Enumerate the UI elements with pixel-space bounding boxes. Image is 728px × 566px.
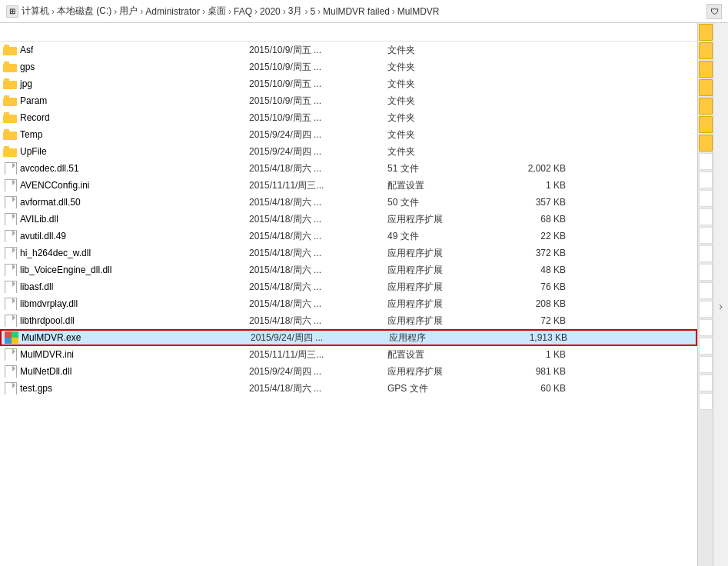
shield-icon: 🛡 [706,4,722,19]
sidebar-color-box [699,319,713,336]
file-date: 2015/10/9/周五 ... [249,78,387,91]
file-name: AVILib.dll [20,214,58,225]
file-name: libmdvrplay.dll [20,298,78,309]
file-date: 2015/10/9/周五 ... [249,61,387,74]
file-name-cell: Record [3,112,249,124]
table-row[interactable]: libthrdpool.dll 2015/4/18/周六 ... 应用程序扩展 … [0,312,697,329]
sidebar-color-box [699,61,713,78]
breadcrumb-users: 用户 [119,5,138,18]
sidebar-color-box [699,356,713,373]
table-row[interactable]: AVENCConfig.ini 2015/11/11/周三... 配置设置 1 … [0,177,697,194]
file-date: 2015/4/18/周六 ... [249,213,387,226]
right-sidebar [697,23,713,566]
file-name-cell: MulNetDll.dll [3,365,249,378]
table-row[interactable]: gps 2015/10/9/周五 ... 文件夹 [0,58,697,75]
sidebar-color-box [699,190,713,207]
breadcrumb-bar[interactable]: ⊞ 计算机 › 本地磁盘 (C:) › 用户 › Administrator ›… [0,0,728,23]
file-date: 2015/9/24/周四 ... [251,331,389,345]
file-name: MulMDVR.exe [22,332,81,343]
breadcrumb-computer: 计算机 [22,5,49,18]
file-name: UpFile [20,146,47,157]
table-row[interactable]: avcodec.dll.51 2015/4/18/周六 ... 51 文件 2,… [0,160,697,177]
table-row[interactable]: AVILib.dll 2015/4/18/周六 ... 应用程序扩展 68 KB [0,211,697,228]
file-size: 981 KB [495,366,572,377]
file-type: 应用程序 [389,331,497,345]
table-row[interactable]: test.gps 2015/4/18/周六 ... GPS 文件 60 KB [0,380,697,397]
file-name-cell: Param [3,95,249,107]
file-size: 22 KB [495,231,572,241]
file-type: 配置设置 [387,179,495,192]
file-type: 应用程序扩展 [387,264,495,277]
breadcrumb-desktop: 桌面 [208,5,226,18]
table-row[interactable]: Asf 2015/10/9/周五 ... 文件夹 [0,42,697,58]
file-name-cell: lib_VoiceEngine_dll.dll [3,264,249,276]
file-name: avcodec.dll.51 [20,163,79,174]
file-type: 49 文件 [387,230,495,243]
file-name-cell: libasf.dll [3,281,249,293]
file-type: 应用程序扩展 [387,298,495,311]
expand-panel-arrow[interactable]: › [713,23,728,566]
file-date: 2015/4/18/周六 ... [249,230,387,243]
file-date: 2015/10/9/周五 ... [249,44,387,57]
file-name: test.gps [20,383,52,394]
breadcrumb-drive: 本地磁盘 (C:) [57,5,111,18]
file-date: 2015/4/18/周六 ... [249,315,387,328]
sidebar-color-box [699,24,713,41]
table-row[interactable]: UpFile 2015/9/24/周四 ... 文件夹 [0,143,697,160]
file-type: 应用程序扩展 [387,281,495,294]
sidebar-color-box [699,116,713,133]
file-date: 2015/4/18/周六 ... [249,196,387,209]
file-date: 2015/9/24/周四 ... [249,128,387,142]
table-row[interactable]: avutil.dll.49 2015/4/18/周六 ... 49 文件 22 … [0,228,697,245]
breadcrumb-expand[interactable]: ⊞ [6,5,18,18]
sidebar-color-box [699,98,713,115]
breadcrumb-march: 3月 [288,5,303,18]
file-name: avutil.dll.49 [20,231,66,241]
file-date: 2015/4/18/周六 ... [249,281,387,294]
sidebar-color-box [699,79,713,96]
sidebar-color-box [699,393,713,410]
table-row[interactable]: libmdvrplay.dll 2015/4/18/周六 ... 应用程序扩展 … [0,295,697,312]
file-date: 2015/9/24/周四 ... [249,365,387,378]
breadcrumb-2020: 2020 [260,6,281,17]
file-name-cell: test.gps [3,382,249,395]
file-size: 68 KB [495,214,572,225]
sidebar-color-box [699,153,713,170]
file-name: libthrdpool.dll [20,315,75,326]
file-date: 2015/10/9/周五 ... [249,95,387,108]
breadcrumb-5: 5 [310,6,315,17]
file-date: 2015/11/11/周三... [249,348,387,361]
file-name-cell: gps [3,61,249,73]
sidebar-color-box [699,245,713,262]
file-name-cell: MulMDVR.ini [3,348,249,361]
file-type: 文件夹 [387,145,495,158]
table-row[interactable]: MulMDVR.exe 2015/9/24/周四 ... 应用程序 1,913 … [0,329,697,346]
file-type: 文件夹 [387,78,495,91]
file-type: 应用程序扩展 [387,315,495,328]
table-row[interactable]: hi_h264dec_w.dll 2015/4/18/周六 ... 应用程序扩展… [0,245,697,261]
table-row[interactable]: jpg 2015/10/9/周五 ... 文件夹 [0,75,697,92]
file-type: 应用程序扩展 [387,365,495,378]
sidebar-color-box [699,42,713,59]
table-row[interactable]: lib_VoiceEngine_dll.dll 2015/4/18/周六 ...… [0,261,697,278]
table-row[interactable]: MulMDVR.ini 2015/11/11/周三... 配置设置 1 KB [0,346,697,363]
table-row[interactable]: avformat.dll.50 2015/4/18/周六 ... 50 文件 3… [0,194,697,211]
file-date: 2015/4/18/周六 ... [249,264,387,277]
file-name: Temp [20,129,42,140]
file-name-cell: AVENCConfig.ini [3,179,249,191]
file-name: libasf.dll [20,281,53,292]
sidebar-color-box [699,208,713,225]
table-row[interactable]: MulNetDll.dll 2015/9/24/周四 ... 应用程序扩展 98… [0,363,697,380]
sidebar-color-box [699,338,713,355]
table-row[interactable]: Param 2015/10/9/周五 ... 文件夹 [0,92,697,109]
table-row[interactable]: libasf.dll 2015/4/18/周六 ... 应用程序扩展 76 KB [0,278,697,295]
file-date: 2015/9/24/周四 ... [249,145,387,158]
file-type: 文件夹 [387,112,495,125]
file-name: gps [20,62,35,72]
file-size: 1,913 KB [497,332,573,343]
file-type: GPS 文件 [387,382,495,395]
file-name: Asf [20,45,33,55]
file-date: 2015/4/18/周六 ... [249,298,387,311]
table-row[interactable]: Record 2015/10/9/周五 ... 文件夹 [0,109,697,126]
table-row[interactable]: Temp 2015/9/24/周四 ... 文件夹 [0,126,697,143]
